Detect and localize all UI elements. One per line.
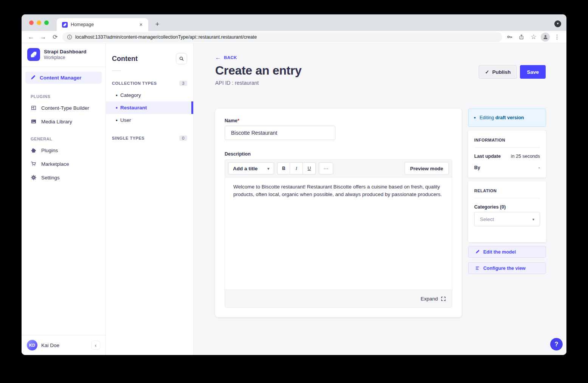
edit-pencil-icon (475, 249, 480, 254)
entry-aside: • Editing draft version INFORMATION Last… (468, 109, 546, 274)
close-window-button[interactable] (29, 20, 34, 25)
editor-footer: Expand (225, 290, 452, 307)
edit-model-button[interactable]: Edit the model (468, 246, 546, 258)
last-update-label: Last update (474, 154, 501, 159)
collection-type-item-restaurant[interactable]: • Restaurant (106, 101, 193, 114)
strapi-app: Strapi Dashboard Workplace Content Manag… (22, 43, 566, 355)
new-tab-button[interactable]: + (153, 21, 161, 28)
preview-mode-button[interactable]: Preview mode (405, 162, 449, 175)
site-info-icon[interactable] (67, 34, 72, 40)
description-editor: Add a title ▾ B I U ⋯ Preview mode Wel (225, 159, 452, 308)
zoom-window-button[interactable] (44, 20, 49, 25)
by-label: By (474, 165, 480, 170)
collapse-sidebar-button[interactable]: ‹ (91, 341, 100, 350)
name-input[interactable] (225, 126, 335, 140)
sidebar-item-label: Media Library (41, 119, 72, 125)
publish-label: Publish (492, 69, 511, 75)
by-value: - (538, 165, 540, 170)
expand-label[interactable]: Expand (420, 296, 438, 302)
collection-types-header: COLLECTION TYPES (112, 81, 157, 86)
sidebar-item-label: Plugins (41, 148, 58, 153)
bold-button[interactable]: B (277, 162, 290, 174)
categories-select-value: Select (480, 216, 494, 222)
panel-divider (112, 70, 121, 71)
sidebar-item-settings[interactable]: Settings (22, 171, 105, 184)
back-arrow-icon: ← (215, 54, 221, 61)
reload-icon[interactable]: ⟳ (50, 32, 60, 42)
draft-bullet-icon: • (474, 116, 476, 120)
collection-type-label: Restaurant (120, 105, 147, 111)
expand-icon[interactable] (441, 296, 446, 301)
plugins-puzzle-icon (31, 147, 37, 153)
browser-update-chevron-icon[interactable]: ▾ (554, 20, 561, 27)
browser-url-bar: ← → ⟳ localhost:1337/admin/content-manag… (22, 31, 566, 43)
chevron-down-icon: ▾ (532, 217, 534, 221)
sidebar-item-content-manager[interactable]: Content Manager (25, 72, 102, 84)
description-textarea[interactable]: Welcome to Biscotte restaurant! Restaura… (225, 177, 452, 290)
workspace-brand[interactable]: Strapi Dashboard Workplace (22, 43, 105, 67)
description-field-label: Description (225, 151, 452, 157)
address-bar[interactable]: localhost:1337/admin/content-manager/col… (62, 32, 502, 42)
entry-form-card: Name* Description Add a title ▾ B (215, 109, 462, 317)
categories-select[interactable]: Select ▾ (474, 212, 540, 226)
publish-button[interactable]: ✓ Publish (479, 65, 517, 79)
sidebar-footer: KD Kai Doe ‹ (22, 335, 105, 355)
collection-type-item-category[interactable]: • Category (106, 89, 193, 101)
page-title: Create an entry (215, 64, 302, 78)
sidebar-item-media-library[interactable]: Media Library (22, 115, 105, 128)
italic-button[interactable]: I (290, 162, 303, 174)
bookmark-star-icon[interactable]: ☆ (529, 32, 538, 42)
save-button[interactable]: Save (520, 65, 546, 79)
password-key-icon[interactable] (504, 32, 514, 42)
help-button[interactable]: ? (550, 338, 563, 350)
information-card: INFORMATION Last update in 25 seconds By… (468, 131, 546, 177)
search-button[interactable] (176, 53, 187, 64)
browser-tab-strip: Homepage × + ▾ (22, 14, 566, 31)
required-mark: * (237, 118, 239, 123)
sidebar-divider (22, 67, 105, 67)
browser-menu-icon[interactable]: ⋮ (552, 32, 562, 42)
user-avatar[interactable]: KD (27, 340, 37, 350)
collection-types-count-badge: 3 (179, 81, 187, 86)
back-nav-icon[interactable]: ← (26, 32, 36, 42)
sidebar-item-plugins[interactable]: Plugins (22, 143, 105, 157)
forward-nav-icon[interactable]: → (38, 32, 48, 42)
sidebar-item-label: Settings (41, 175, 60, 181)
main-content: ← BACK Create an entry API ID : restaura… (194, 43, 566, 355)
title-style-value: Add a title (233, 166, 258, 171)
window-controls (29, 20, 49, 25)
collection-type-item-user[interactable]: • User (106, 114, 193, 126)
sidebar-item-marketplace[interactable]: Marketplace (22, 157, 105, 171)
bullet-icon: • (116, 92, 118, 98)
browser-window: Homepage × + ▾ ← → ⟳ localhost:1337/admi… (22, 14, 566, 355)
api-id-subtitle: API ID : restaurant (215, 80, 302, 86)
strapi-favicon-icon (62, 22, 68, 28)
close-tab-icon[interactable]: × (138, 21, 144, 28)
chevron-down-icon: ▾ (267, 167, 269, 171)
main-sidebar: Strapi Dashboard Workplace Content Manag… (22, 43, 106, 355)
workspace-subtitle: Workplace (44, 55, 87, 60)
edit-model-label: Edit the model (483, 249, 516, 255)
configure-view-button[interactable]: Configure the view (468, 262, 546, 274)
browser-profile-icon[interactable] (541, 33, 550, 42)
collection-type-label: User (120, 117, 131, 123)
browser-tab[interactable]: Homepage × (57, 18, 148, 31)
back-link[interactable]: ← BACK (215, 54, 546, 61)
draft-status-banner: • Editing draft version (468, 109, 546, 127)
url-text[interactable]: localhost:1337/admin/content-manager/col… (75, 34, 257, 40)
title-style-dropdown[interactable]: Add a title ▾ (228, 162, 274, 174)
settings-gear-icon (31, 174, 37, 181)
content-type-builder-icon (31, 105, 37, 111)
share-icon[interactable] (517, 32, 526, 42)
underline-button[interactable]: U (303, 162, 316, 174)
more-formatting-button[interactable]: ⋯ (319, 162, 333, 174)
bullet-icon: • (116, 105, 118, 111)
collection-type-label: Category (120, 92, 141, 98)
panel-title: Content (112, 55, 138, 63)
sidebar-item-label: Content-Type Builder (41, 105, 89, 111)
name-field-label: Name* (225, 118, 452, 123)
minimize-window-button[interactable] (37, 20, 41, 25)
back-label: BACK (224, 55, 237, 60)
sidebar-item-content-type-builder[interactable]: Content-Type Builder (22, 101, 105, 115)
check-icon: ✓ (485, 69, 489, 75)
